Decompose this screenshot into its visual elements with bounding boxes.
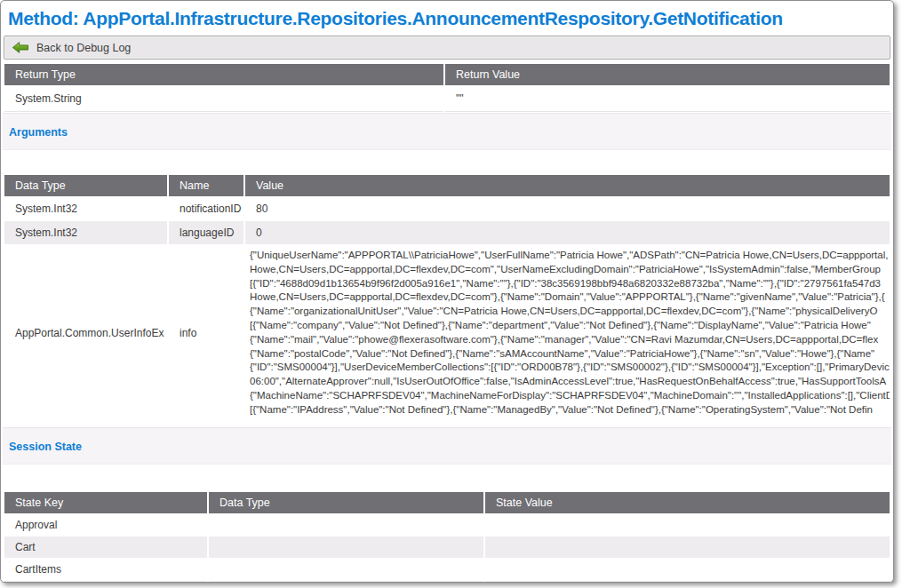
arg-name-cell: languageID	[169, 221, 243, 244]
argument-row: AppPortal.Common.UserInfoEx info {"Uniqu…	[4, 245, 890, 421]
arg-value-header: Value	[245, 175, 890, 196]
userinfo-json-line: [{"ID":"4688d09d1b13654b9f96f2d005a916e1…	[250, 277, 890, 291]
return-type-cell: System.String	[4, 86, 443, 112]
back-to-debug-log-button[interactable]: Back to Debug Log	[4, 36, 890, 60]
state-data-type-header: Data Type	[209, 492, 483, 513]
return-value-header: Return Value	[445, 64, 890, 85]
userinfo-json-line: {"Name":"postalCode","Value":"Not Define…	[250, 347, 890, 362]
userinfo-json-line: {"Name":"mail","Value":"phowe@flexerasof…	[250, 333, 890, 347]
arg-value-cell: 0	[245, 221, 890, 244]
arg-name-cell: info	[169, 245, 243, 421]
return-type-header: Return Type	[4, 64, 443, 85]
session-state-row: Approval	[4, 514, 890, 536]
state-value-cell	[485, 536, 890, 558]
state-value-cell	[485, 581, 890, 583]
arg-name-header: Name	[169, 175, 243, 196]
userinfo-json-line: 06:00","AlternateApprover":null,"IsUserO…	[250, 375, 890, 389]
state-key-cell: CartItems	[4, 559, 207, 580]
state-value-cell	[485, 559, 890, 580]
arg-value-cell: {"UniqueUserName":"APPPORTAL\\PatriciaHo…	[245, 245, 890, 421]
arguments-heading: Arguments	[9, 126, 68, 139]
state-key-header: State Key	[4, 492, 207, 513]
state-value-cell	[485, 514, 890, 536]
session-state-row: dtQuestionAnswers	[4, 581, 890, 583]
return-table: Return Type Return Value System.String "…	[3, 63, 891, 113]
back-arrow-icon	[12, 42, 28, 53]
session-state-heading: Session State	[9, 441, 82, 453]
arg-data-type-cell: System.Int32	[4, 221, 167, 244]
arguments-table: Data Type Name Value System.Int32 notifi…	[3, 174, 891, 422]
userinfo-json-line: [{"Name":"company","Value":"Not Defined"…	[250, 319, 890, 333]
userinfo-json-line: {"Name":"organizationalUnitUser","Value"…	[250, 305, 890, 319]
back-button-label: Back to Debug Log	[36, 42, 131, 54]
arg-data-type-header: Data Type	[4, 175, 167, 196]
debug-method-window: Method: AppPortal.Infrastructure.Reposit…	[0, 0, 894, 583]
session-state-table: State Key Data Type State Value Approval…	[3, 491, 891, 583]
userinfo-json-line: Howe,CN=Users,DC=appportal,DC=flexdev,DC…	[250, 263, 890, 277]
argument-row: System.Int32 notificationID 80	[4, 197, 890, 220]
state-key-cell: Cart	[4, 536, 207, 558]
state-data-type-cell	[209, 581, 483, 583]
userinfo-json-line: {"ID":"SMS00004"}],"UserDeviceMemberColl…	[250, 361, 890, 375]
state-key-cell: Approval	[4, 514, 207, 536]
session-state-row: CartItems	[4, 559, 890, 580]
userinfo-json-line: Howe,CN=Users,DC=appportal,DC=flexdev,DC…	[250, 290, 890, 305]
session-state-section-band: Session State	[3, 427, 891, 465]
state-data-type-cell	[209, 536, 483, 558]
userinfo-json-line: [{"Name":"IPAddress","Value":"Not Define…	[250, 403, 890, 417]
arg-value-cell: 80	[245, 197, 890, 220]
userinfo-json-line: {"UniqueUserName":"APPPORTAL\\PatriciaHo…	[250, 249, 890, 263]
state-value-header: State Value	[485, 492, 890, 513]
argument-row: System.Int32 languageID 0	[4, 221, 890, 244]
session-state-row: Cart	[4, 536, 890, 558]
page-title: Method: AppPortal.Infrastructure.Reposit…	[3, 3, 891, 34]
arg-name-cell: notificationID	[169, 197, 243, 220]
arg-data-type-cell: System.Int32	[4, 197, 167, 220]
state-data-type-cell	[209, 514, 483, 536]
userinfo-json-line: {"MachineName":"SCHAPRFSDEV04","MachineN…	[250, 389, 890, 403]
state-key-cell: dtQuestionAnswers	[4, 581, 207, 583]
state-data-type-cell	[209, 559, 483, 580]
arguments-section-band: Arguments	[3, 113, 891, 150]
return-value-cell: ""	[445, 86, 890, 112]
arg-data-type-cell: AppPortal.Common.UserInfoEx	[4, 245, 167, 421]
return-table-row: System.String ""	[4, 86, 890, 112]
